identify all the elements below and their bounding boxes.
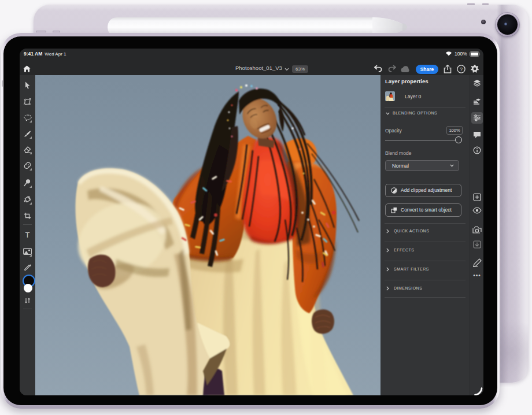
svg-text:?: ? <box>460 66 463 72</box>
